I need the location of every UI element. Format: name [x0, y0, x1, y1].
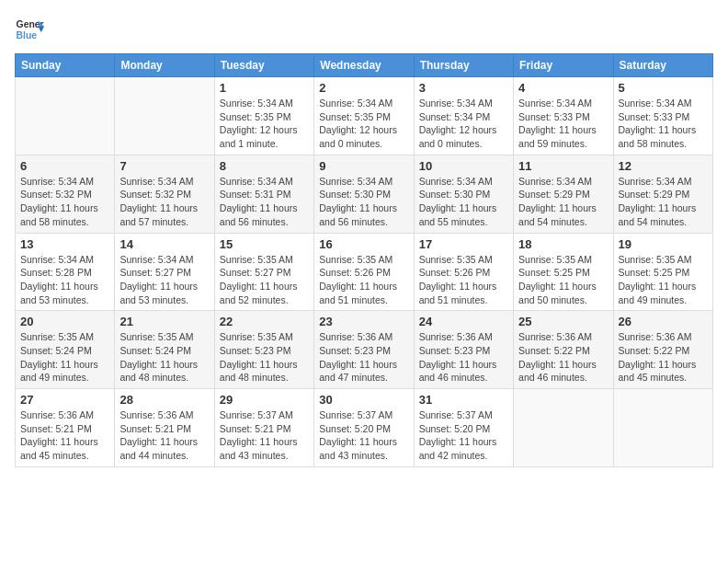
day-info: Sunrise: 5:37 AMSunset: 5:21 PMDaylight:…	[220, 408, 309, 463]
day-number: 14	[119, 237, 209, 251]
day-info: Sunrise: 5:35 AMSunset: 5:27 PMDaylight:…	[220, 253, 309, 307]
calendar-cell: 22Sunrise: 5:35 AMSunset: 5:23 PMDayligh…	[214, 311, 313, 389]
day-number: 13	[20, 237, 109, 251]
calendar-cell: 11Sunrise: 5:34 AMSunset: 5:29 PMDayligh…	[514, 155, 613, 233]
calendar-cell: 13Sunrise: 5:34 AMSunset: 5:28 PMDayligh…	[16, 233, 115, 311]
calendar-cell: 12Sunrise: 5:34 AMSunset: 5:29 PMDayligh…	[613, 155, 712, 233]
day-number: 16	[319, 237, 408, 251]
logo: General Blue	[15, 15, 44, 44]
calendar-cell: 19Sunrise: 5:35 AMSunset: 5:25 PMDayligh…	[613, 233, 712, 311]
day-info: Sunrise: 5:35 AMSunset: 5:25 PMDaylight:…	[619, 253, 708, 307]
day-info: Sunrise: 5:34 AMSunset: 5:35 PMDaylight:…	[220, 97, 309, 151]
calendar-week-row: 1Sunrise: 5:34 AMSunset: 5:35 PMDaylight…	[16, 77, 713, 155]
day-number: 23	[319, 315, 408, 328]
day-number: 24	[419, 315, 508, 328]
calendar-cell: 7Sunrise: 5:34 AMSunset: 5:32 PMDaylight…	[115, 155, 214, 233]
calendar-cell	[16, 77, 115, 155]
day-number: 6	[20, 159, 109, 173]
calendar-table: SundayMondayTuesdayWednesdayThursdayFrid…	[15, 53, 713, 467]
calendar-cell: 4Sunrise: 5:34 AMSunset: 5:33 PMDaylight…	[514, 77, 613, 155]
day-info: Sunrise: 5:34 AMSunset: 5:31 PMDaylight:…	[220, 175, 309, 229]
day-info: Sunrise: 5:34 AMSunset: 5:34 PMDaylight:…	[419, 97, 508, 151]
day-number: 10	[419, 159, 508, 173]
day-number: 17	[419, 237, 508, 251]
calendar-cell: 29Sunrise: 5:37 AMSunset: 5:21 PMDayligh…	[214, 389, 313, 467]
calendar-week-row: 13Sunrise: 5:34 AMSunset: 5:28 PMDayligh…	[16, 233, 713, 311]
day-number: 5	[619, 81, 708, 95]
calendar-cell: 15Sunrise: 5:35 AMSunset: 5:27 PMDayligh…	[214, 233, 313, 311]
day-number: 1	[220, 81, 309, 95]
day-info: Sunrise: 5:34 AMSunset: 5:29 PMDaylight:…	[619, 175, 708, 229]
day-info: Sunrise: 5:36 AMSunset: 5:22 PMDaylight:…	[518, 330, 608, 385]
calendar-cell: 16Sunrise: 5:35 AMSunset: 5:26 PMDayligh…	[314, 233, 414, 311]
svg-text:Blue: Blue	[17, 30, 38, 40]
day-number: 11	[518, 159, 608, 173]
weekday-header-sunday: Sunday	[16, 54, 115, 77]
day-number: 3	[419, 81, 508, 95]
calendar-cell	[115, 77, 214, 155]
logo-icon: General Blue	[15, 15, 44, 44]
day-info: Sunrise: 5:35 AMSunset: 5:26 PMDaylight:…	[319, 253, 408, 307]
calendar-cell: 30Sunrise: 5:37 AMSunset: 5:20 PMDayligh…	[314, 389, 414, 467]
weekday-header-wednesday: Wednesday	[314, 54, 414, 77]
day-info: Sunrise: 5:35 AMSunset: 5:24 PMDaylight:…	[20, 330, 109, 385]
day-number: 8	[220, 159, 309, 173]
day-number: 9	[319, 159, 408, 173]
day-info: Sunrise: 5:35 AMSunset: 5:25 PMDaylight:…	[518, 253, 608, 307]
calendar-cell: 28Sunrise: 5:36 AMSunset: 5:21 PMDayligh…	[115, 389, 214, 467]
calendar-cell: 17Sunrise: 5:35 AMSunset: 5:26 PMDayligh…	[414, 233, 513, 311]
calendar-cell: 23Sunrise: 5:36 AMSunset: 5:23 PMDayligh…	[314, 311, 414, 389]
day-info: Sunrise: 5:34 AMSunset: 5:32 PMDaylight:…	[20, 175, 109, 229]
day-info: Sunrise: 5:34 AMSunset: 5:35 PMDaylight:…	[319, 97, 408, 151]
calendar-cell: 5Sunrise: 5:34 AMSunset: 5:33 PMDaylight…	[613, 77, 712, 155]
calendar-cell: 27Sunrise: 5:36 AMSunset: 5:21 PMDayligh…	[16, 389, 115, 467]
day-info: Sunrise: 5:36 AMSunset: 5:21 PMDaylight:…	[20, 408, 109, 463]
day-number: 21	[119, 315, 209, 328]
day-number: 18	[518, 237, 608, 251]
day-info: Sunrise: 5:34 AMSunset: 5:28 PMDaylight:…	[20, 253, 109, 307]
day-info: Sunrise: 5:34 AMSunset: 5:30 PMDaylight:…	[319, 175, 408, 229]
calendar-cell: 14Sunrise: 5:34 AMSunset: 5:27 PMDayligh…	[115, 233, 214, 311]
calendar-cell: 24Sunrise: 5:36 AMSunset: 5:23 PMDayligh…	[414, 311, 513, 389]
day-info: Sunrise: 5:34 AMSunset: 5:33 PMDaylight:…	[619, 97, 708, 151]
day-info: Sunrise: 5:34 AMSunset: 5:30 PMDaylight:…	[419, 175, 508, 229]
day-number: 22	[220, 315, 309, 328]
day-info: Sunrise: 5:34 AMSunset: 5:33 PMDaylight:…	[518, 97, 608, 151]
calendar-cell: 8Sunrise: 5:34 AMSunset: 5:31 PMDaylight…	[214, 155, 313, 233]
weekday-header-monday: Monday	[115, 54, 214, 77]
calendar-cell: 20Sunrise: 5:35 AMSunset: 5:24 PMDayligh…	[16, 311, 115, 389]
calendar-cell: 26Sunrise: 5:36 AMSunset: 5:22 PMDayligh…	[613, 311, 712, 389]
calendar-cell: 25Sunrise: 5:36 AMSunset: 5:22 PMDayligh…	[514, 311, 613, 389]
day-number: 19	[619, 237, 708, 251]
day-info: Sunrise: 5:37 AMSunset: 5:20 PMDaylight:…	[319, 408, 408, 463]
day-number: 20	[20, 315, 109, 328]
day-number: 26	[619, 315, 708, 328]
day-info: Sunrise: 5:35 AMSunset: 5:26 PMDaylight:…	[419, 253, 508, 307]
day-number: 30	[319, 393, 408, 407]
day-number: 27	[20, 393, 109, 407]
day-info: Sunrise: 5:34 AMSunset: 5:32 PMDaylight:…	[119, 175, 209, 229]
day-number: 4	[518, 81, 608, 95]
calendar-cell	[613, 389, 712, 467]
calendar-cell: 1Sunrise: 5:34 AMSunset: 5:35 PMDaylight…	[214, 77, 313, 155]
calendar-cell	[514, 389, 613, 467]
day-number: 28	[119, 393, 209, 407]
day-number: 7	[119, 159, 209, 173]
day-info: Sunrise: 5:36 AMSunset: 5:23 PMDaylight:…	[319, 330, 408, 385]
weekday-header-tuesday: Tuesday	[214, 54, 313, 77]
day-number: 2	[319, 81, 408, 95]
calendar-cell: 21Sunrise: 5:35 AMSunset: 5:24 PMDayligh…	[115, 311, 214, 389]
day-info: Sunrise: 5:34 AMSunset: 5:29 PMDaylight:…	[518, 175, 608, 229]
day-number: 29	[220, 393, 309, 407]
day-info: Sunrise: 5:35 AMSunset: 5:23 PMDaylight:…	[220, 330, 309, 385]
day-info: Sunrise: 5:36 AMSunset: 5:23 PMDaylight:…	[419, 330, 508, 385]
calendar-cell: 10Sunrise: 5:34 AMSunset: 5:30 PMDayligh…	[414, 155, 513, 233]
calendar-cell: 2Sunrise: 5:34 AMSunset: 5:35 PMDaylight…	[314, 77, 414, 155]
calendar-week-row: 6Sunrise: 5:34 AMSunset: 5:32 PMDaylight…	[16, 155, 713, 233]
day-info: Sunrise: 5:36 AMSunset: 5:22 PMDaylight:…	[619, 330, 708, 385]
weekday-header-saturday: Saturday	[613, 54, 712, 77]
day-info: Sunrise: 5:34 AMSunset: 5:27 PMDaylight:…	[119, 253, 209, 307]
day-number: 12	[619, 159, 708, 173]
weekday-header-friday: Friday	[514, 54, 613, 77]
weekday-header-row: SundayMondayTuesdayWednesdayThursdayFrid…	[16, 54, 713, 77]
